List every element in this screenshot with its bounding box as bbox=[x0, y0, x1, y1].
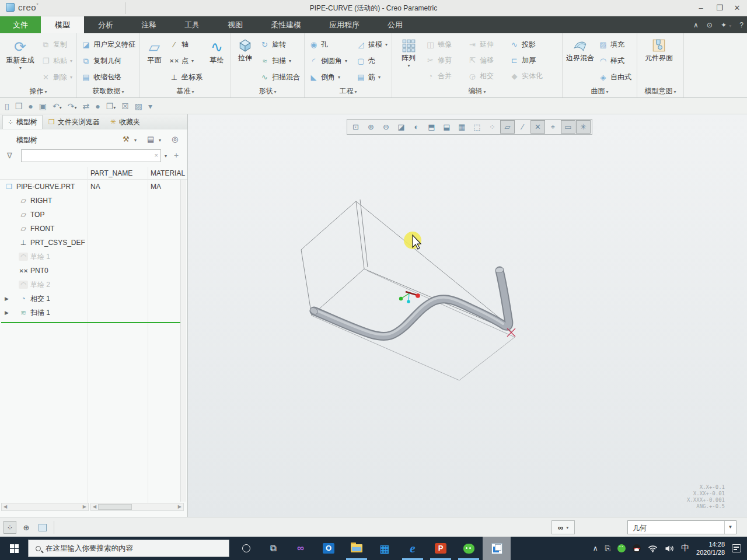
group-label-engineering[interactable]: 工程▾ bbox=[305, 86, 392, 96]
copy-button[interactable]: ⧉复制 bbox=[39, 37, 74, 52]
qat-button[interactable]: ▯ bbox=[5, 102, 9, 111]
group-label-operations[interactable]: 操作▾ bbox=[0, 86, 76, 96]
expander-icon[interactable]: ▶ bbox=[5, 296, 9, 302]
trim-button[interactable]: ✂修剪 bbox=[424, 52, 466, 68]
qat-button[interactable]: ● bbox=[95, 102, 100, 111]
style-button[interactable]: ◠样式 bbox=[596, 53, 633, 69]
model-viewport[interactable] bbox=[188, 114, 747, 517]
mirror-button[interactable]: ◫镜像 bbox=[424, 37, 466, 52]
taskbar-app-button[interactable]: ∞ bbox=[287, 537, 315, 560]
tree-vscrollbar[interactable] bbox=[180, 180, 186, 502]
hole-button[interactable]: ◉孔 bbox=[307, 37, 353, 52]
tree-item[interactable]: ◠ 草绘 2 bbox=[0, 278, 187, 292]
wifi-icon[interactable] bbox=[648, 545, 658, 552]
solidify-button[interactable]: ◆实体化 bbox=[508, 68, 553, 84]
group-label-editing[interactable]: 编辑▾ bbox=[392, 86, 562, 96]
tree-tools-icon[interactable]: ⚒ bbox=[123, 135, 130, 144]
tree-item[interactable]: ⊥ PRT_CSYS_DEF bbox=[0, 236, 187, 250]
restore-button[interactable]: ❐ bbox=[710, 0, 729, 16]
tree-item[interactable]: ▱ TOP bbox=[0, 208, 187, 222]
qat-button[interactable]: ▨ bbox=[135, 102, 142, 111]
taskbar-search-box[interactable]: 在这里输入你要搜索的内容 bbox=[28, 540, 229, 557]
taskbar-app-button[interactable]: P bbox=[427, 537, 455, 560]
speaker-icon[interactable] bbox=[665, 545, 674, 552]
tab-applications[interactable]: 应用程序 bbox=[315, 16, 374, 33]
tree-tools-arrow[interactable]: ▾ bbox=[134, 138, 137, 143]
draft-button[interactable]: ◿拔模▾ bbox=[354, 37, 389, 52]
filter-clear-icon[interactable]: × bbox=[155, 152, 158, 159]
axis-button[interactable]: ∕轴 bbox=[167, 37, 204, 52]
tab-analysis[interactable]: 分析 bbox=[84, 16, 127, 33]
taskbar-app-button[interactable] bbox=[483, 537, 511, 560]
offset-button[interactable]: ⇱偏移 bbox=[466, 52, 508, 68]
rib-button[interactable]: ▤筋▾ bbox=[354, 69, 389, 85]
tab-flexible-modeling[interactable]: 柔性建模 bbox=[257, 16, 315, 33]
qat-button[interactable]: ⇄ bbox=[82, 102, 89, 111]
ime-indicator[interactable]: 中 bbox=[681, 543, 689, 554]
column-part-name[interactable]: PART_NAME bbox=[90, 169, 132, 177]
revolve-button[interactable]: ↻旋转 bbox=[258, 37, 302, 52]
tree-item[interactable]: ◠ 草绘 1 bbox=[0, 250, 187, 264]
freestyle-button[interactable]: ◈自由式 bbox=[596, 69, 633, 85]
shell-button[interactable]: ▢壳 bbox=[354, 53, 389, 69]
sketch-button[interactable]: ∿ 草绘 bbox=[205, 36, 228, 85]
group-label-surfaces[interactable]: 曲面▾ bbox=[563, 86, 637, 96]
graphics-area[interactable]: ⊡ ⊕ ⊖ ◪ ◐ ⬒ ⬓ ▦ ⬚ ⁘ ▱ ∕ ✕ ⌖ ▭ ✳ bbox=[188, 114, 747, 517]
paste-button[interactable]: ❐粘贴▾ bbox=[39, 53, 74, 69]
fill-button[interactable]: ▨填充 bbox=[596, 37, 633, 52]
project-button[interactable]: ∿投影 bbox=[508, 37, 553, 52]
qat-button[interactable]: ↷▾ bbox=[68, 102, 77, 111]
selection-filter-arrow[interactable]: ▼ bbox=[724, 521, 736, 534]
tree-item[interactable]: ▶ ◔ 相交 1 bbox=[0, 292, 187, 306]
navigator-tab-folder-browser[interactable]: ❒文件夹浏览器 bbox=[44, 115, 104, 129]
toggle-navigator-button[interactable]: ⁘ bbox=[4, 521, 16, 534]
tree-root-item[interactable]: ❒ PIPE-CURVE.PRT NA MA bbox=[0, 180, 187, 194]
taskbar-app-button[interactable] bbox=[343, 537, 371, 560]
taskbar-clock[interactable]: 14:28 2020/1/28 bbox=[696, 540, 725, 556]
qat-button[interactable]: ❐▾ bbox=[106, 102, 116, 111]
tree-hscrollbar[interactable]: ◀▶ bbox=[1, 503, 89, 511]
tree-filter-input[interactable] bbox=[24, 151, 148, 160]
selection-filter-combobox[interactable]: 几何 ▼ bbox=[627, 520, 736, 534]
taskbar-app-button[interactable]: O bbox=[315, 537, 343, 560]
tab-model[interactable]: 模型 bbox=[41, 16, 84, 33]
qat-button[interactable]: ❒ bbox=[15, 102, 23, 111]
qat-button[interactable]: ↶▾ bbox=[53, 102, 62, 111]
search-tool-button[interactable]: ∞▾ bbox=[551, 520, 575, 534]
thicken-button[interactable]: ⊏加厚 bbox=[508, 52, 553, 68]
expander-icon[interactable]: ▶ bbox=[5, 310, 9, 316]
task-view-button[interactable]: ⧉ bbox=[260, 537, 286, 560]
command-search-icon[interactable]: ⊙ bbox=[707, 21, 713, 29]
tab-annotate[interactable]: 注释 bbox=[127, 16, 170, 33]
udf-button[interactable]: ◪用户定义特征 bbox=[79, 37, 137, 52]
delete-button[interactable]: ✕删除▾ bbox=[39, 69, 74, 85]
tab-tools[interactable]: 工具 bbox=[170, 16, 214, 33]
tree-show-icon[interactable]: ◎ bbox=[172, 135, 178, 144]
qq-tray-icon[interactable] bbox=[633, 544, 641, 552]
csys-button[interactable]: ⊥坐标系 bbox=[167, 69, 204, 85]
filter-add-icon[interactable]: + bbox=[174, 150, 179, 160]
usb-device-icon[interactable]: ⎘ bbox=[605, 544, 610, 552]
tab-common[interactable]: 公用 bbox=[374, 16, 417, 33]
start-button[interactable] bbox=[0, 537, 28, 560]
tab-file[interactable]: 文件 bbox=[0, 16, 41, 33]
web-browser-button[interactable]: ⊕ bbox=[20, 521, 33, 534]
fullscreen-button[interactable] bbox=[36, 521, 49, 534]
tree-item[interactable]: ▱ RIGHT bbox=[0, 194, 187, 208]
tree-settings-arrow[interactable]: ▾ bbox=[159, 138, 161, 143]
column-material[interactable]: MATERIAL bbox=[151, 169, 185, 177]
swept-blend-button[interactable]: ∿扫描混合 bbox=[258, 69, 302, 85]
sweep-button[interactable]: ≈扫描▾ bbox=[258, 53, 302, 69]
extrude-button[interactable]: 拉伸 bbox=[233, 36, 257, 85]
qat-button[interactable]: ☒ bbox=[121, 102, 129, 111]
group-label-datum[interactable]: 基准▾ bbox=[140, 86, 231, 96]
pattern-button[interactable]: 阵列▾ bbox=[395, 36, 423, 85]
taskbar-app-button[interactable] bbox=[455, 537, 483, 560]
point-button[interactable]: ✕✕点▾ bbox=[167, 53, 204, 69]
tree-item[interactable]: ▶ ≋ 扫描 1 bbox=[0, 306, 187, 320]
collapse-ribbon-icon[interactable]: ∧ bbox=[693, 21, 699, 29]
plane-button[interactable]: ▱ 平面 bbox=[142, 36, 166, 85]
tree-settings-icon[interactable]: ▤ bbox=[147, 135, 154, 144]
regenerate-ribbon-button[interactable]: ⟳ 重新生成▾ bbox=[2, 36, 38, 85]
qat-button[interactable]: ▣ bbox=[39, 102, 47, 111]
